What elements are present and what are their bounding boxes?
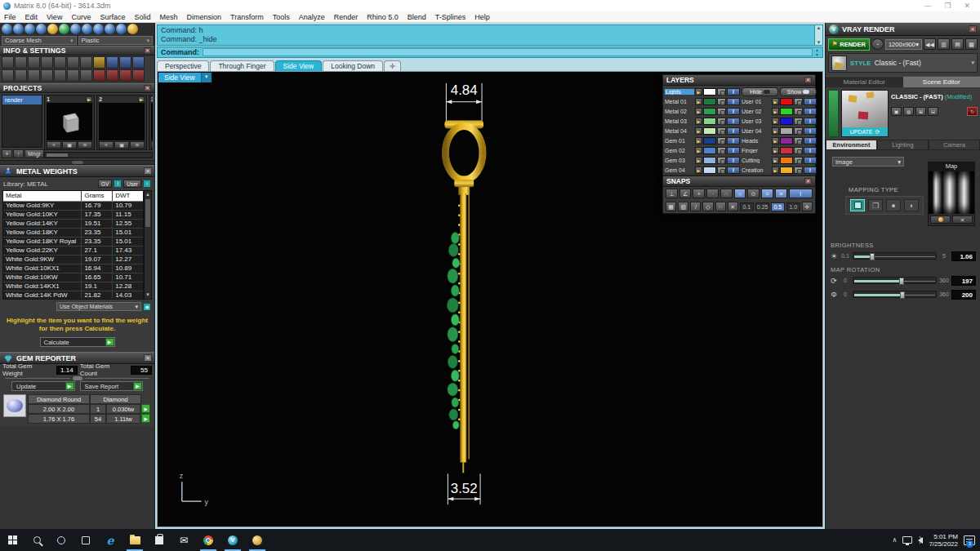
settings-tool-icon[interactable] xyxy=(28,69,40,82)
taskbar-file-explorer-icon[interactable] xyxy=(122,529,147,551)
menu-item-mesh[interactable]: Mesh xyxy=(159,13,177,21)
mapping-dome-icon[interactable]: ◗ xyxy=(904,199,919,211)
layer-color-swatch[interactable] xyxy=(703,98,716,105)
settings-tool-icon[interactable] xyxy=(28,56,40,69)
settings-tool-icon[interactable] xyxy=(106,56,118,69)
viewport-title[interactable]: Side View xyxy=(158,73,201,82)
close-icon[interactable]: ✕ xyxy=(144,167,152,175)
menu-item-tools[interactable]: Tools xyxy=(273,13,290,21)
layer-expand-icon[interactable]: ▶ xyxy=(772,127,779,135)
volume-icon[interactable] xyxy=(918,537,923,544)
material-web-icon[interactable]: ◍ xyxy=(903,107,914,116)
metal-weights-header[interactable]: METAL WEIGHTS ✕ xyxy=(0,165,154,177)
layer-isolate-button[interactable]: I xyxy=(804,127,817,135)
layer-color-swatch[interactable] xyxy=(780,108,793,115)
material-preview[interactable]: UPDATE⟳ xyxy=(841,90,889,137)
tab-material-editor[interactable]: Material Editor xyxy=(826,76,903,87)
settings-tool-icon[interactable] xyxy=(119,56,131,69)
layer-expand-icon[interactable]: ▶ xyxy=(695,108,702,115)
map-remove-button[interactable]: ✕ xyxy=(952,216,973,224)
layer-row-metal-03[interactable]: Metal 03▶I xyxy=(665,117,740,126)
layer-row-gem-04[interactable]: Gem 04▶I xyxy=(665,166,740,175)
layer-isolate-button[interactable]: I xyxy=(727,118,740,125)
settings-tool-icon[interactable] xyxy=(119,69,131,82)
layer-expand-icon[interactable]: ▶ xyxy=(695,127,702,135)
minimize-button[interactable]: — xyxy=(924,2,931,10)
layer-row-gem-03[interactable]: Gem 03▶I xyxy=(665,156,740,165)
close-icon[interactable]: ✕ xyxy=(804,178,812,184)
metal-row[interactable]: Yellow Gold:14KY19.5112.55 xyxy=(3,220,143,229)
layer-name[interactable]: Metal 03 xyxy=(665,118,694,124)
layer-name[interactable]: User 02 xyxy=(742,109,771,114)
user-indicator[interactable]: I xyxy=(143,180,151,188)
taskbar-task-view-icon[interactable] xyxy=(74,529,98,551)
add-view-tab[interactable]: ✛ xyxy=(384,60,401,71)
play-icon[interactable]: ▶ xyxy=(138,96,145,102)
menu-item-curve[interactable]: Curve xyxy=(71,13,91,21)
metal-row[interactable]: Yellow Gold:9KY16.7910.79 xyxy=(3,202,143,211)
layer-row-finger[interactable]: Finger▶I xyxy=(742,146,817,155)
taskbar-matrix-app-icon[interactable] xyxy=(245,529,270,551)
show-button[interactable]: Show xyxy=(780,87,817,96)
vfb-icon[interactable]: ▥ xyxy=(938,38,950,50)
settings-tool-icon[interactable] xyxy=(15,56,27,69)
network-icon[interactable] xyxy=(902,536,912,544)
layer-name[interactable]: Metal 04 xyxy=(665,128,694,134)
taskbar-mail-icon[interactable] xyxy=(172,529,196,551)
toolbar-icon[interactable] xyxy=(82,24,92,34)
layer-name[interactable]: User 01 xyxy=(742,99,771,104)
layer-isolate-button[interactable]: I xyxy=(804,147,817,154)
layer-color-swatch[interactable] xyxy=(780,167,793,174)
command-scrollbar[interactable]: ▲▼ xyxy=(814,25,822,45)
layer-lock-icon[interactable] xyxy=(717,88,726,96)
go-arrow-icon[interactable]: ▶ xyxy=(141,414,150,423)
snap-button[interactable]: / xyxy=(690,202,701,211)
view-tab-perspective[interactable]: Perspective xyxy=(157,60,209,71)
toolbar-icon[interactable] xyxy=(93,24,104,34)
layer-lock-icon[interactable] xyxy=(717,98,726,105)
layer-color-swatch[interactable] xyxy=(703,157,716,164)
layer-lock-icon[interactable] xyxy=(717,147,726,154)
mapping-screen-icon[interactable] xyxy=(850,199,865,211)
layer-expand-icon[interactable]: ▶ xyxy=(695,98,702,105)
settings-tool-icon[interactable] xyxy=(41,56,53,69)
slot-add-button[interactable]: + xyxy=(99,141,114,149)
tab-lighting[interactable]: Lighting xyxy=(877,140,929,150)
snap-button[interactable]: ∷ xyxy=(715,202,726,211)
tab-scene-editor[interactable]: Scene Editor xyxy=(903,76,980,87)
gem-row[interactable]: 2.00 X 2.0010.030tw▶ xyxy=(28,404,151,414)
render-slot-3[interactable]: 3▶ +▣✕ xyxy=(149,95,153,150)
layer-name[interactable]: Gem 02 xyxy=(665,148,694,153)
render-thumbnail-cube[interactable] xyxy=(47,103,92,140)
layer-expand-icon[interactable]: ▶ xyxy=(772,167,779,174)
snap-button[interactable]: ✕ xyxy=(728,202,738,211)
layer-lock-icon[interactable] xyxy=(794,127,803,135)
command-spinner[interactable]: ▲▼ xyxy=(813,47,821,57)
settings-tool-icon[interactable] xyxy=(80,69,92,82)
settings-tool-icon[interactable] xyxy=(15,69,27,82)
settings-tool-icon[interactable] xyxy=(41,69,53,82)
info-settings-header[interactable]: INFO & SETTINGS ✕ xyxy=(0,46,154,56)
layer-color-swatch[interactable] xyxy=(780,127,793,135)
snap-button[interactable]: ○ xyxy=(734,189,746,198)
layer-expand-icon[interactable]: ▶ xyxy=(772,137,779,144)
settings-tool-icon[interactable] xyxy=(132,56,145,69)
menu-item-render[interactable]: Render xyxy=(334,13,359,21)
taskbar-vray-app-icon[interactable] xyxy=(220,529,245,551)
gv-toggle-button[interactable]: GV xyxy=(98,180,112,188)
menu-item-transform[interactable]: Transform xyxy=(230,13,264,21)
layer-color-swatch[interactable] xyxy=(780,118,793,125)
layer-expand-icon[interactable]: ▶ xyxy=(695,147,702,154)
snap-button[interactable]: ⊥ xyxy=(666,189,678,198)
render-slot-2[interactable]: 2▶ +▣✕ xyxy=(96,95,147,150)
metal-row[interactable]: White Gold:14K PdW21.8214.03 xyxy=(3,291,143,300)
metal-table-scrollbar[interactable]: ▲ ▼ xyxy=(144,190,152,300)
layer-expand-icon[interactable]: ▶ xyxy=(772,98,779,105)
close-icon[interactable]: ✕ xyxy=(144,85,151,91)
layer-expand-icon[interactable]: ▶ xyxy=(695,157,702,164)
mapping-cube-icon[interactable]: ❒ xyxy=(868,199,883,211)
scroll-up-icon[interactable]: ▲ xyxy=(145,191,150,198)
menu-item-file[interactable]: File xyxy=(4,13,16,21)
slot-save-button[interactable]: ▣ xyxy=(114,141,129,149)
layer-name[interactable]: Gem 01 xyxy=(665,138,694,144)
